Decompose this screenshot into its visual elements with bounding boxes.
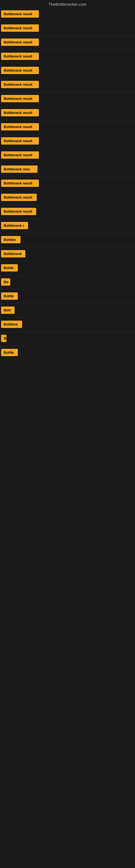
bottleneck-badge[interactable]: Bottle (1, 349, 18, 356)
results-container: Bottleneck resultBottleneck resultBottle… (0, 8, 135, 360)
result-row[interactable]: Bott (0, 304, 135, 318)
result-row[interactable]: Bottleneck result (0, 205, 135, 219)
result-row[interactable]: Bottleneck result (0, 191, 135, 205)
bottleneck-badge[interactable]: Bottleneck result (1, 95, 39, 102)
result-row[interactable]: Bottle (0, 261, 135, 276)
result-row[interactable]: Bottleneck result (0, 177, 135, 191)
bottleneck-badge[interactable]: Bottleneck result (1, 67, 39, 74)
result-row[interactable]: Bottleneck result (0, 50, 135, 64)
bottleneck-badge[interactable]: Bottleneck result (1, 180, 39, 187)
result-row[interactable]: Bottleneck result (0, 149, 135, 163)
result-row[interactable]: B (0, 332, 135, 346)
bottleneck-badge[interactable]: Bottleneck result (1, 24, 39, 32)
result-row[interactable]: Bottleneck (0, 247, 135, 261)
result-row[interactable]: Bottleneck result (0, 64, 135, 78)
result-row[interactable]: Bottleneck result (0, 106, 135, 120)
bottleneck-badge[interactable]: Bottleneck result (1, 38, 39, 46)
result-row[interactable]: Bottleneck r (0, 219, 135, 233)
result-row[interactable]: Bottleneck result (0, 134, 135, 149)
bottleneck-badge[interactable]: Bottlene (1, 321, 22, 328)
bottleneck-badge[interactable]: Bottleneck result (1, 194, 37, 201)
result-row[interactable]: Bottle (0, 290, 135, 304)
bottleneck-badge[interactable]: Bottleneck result (1, 10, 39, 18)
bottleneck-badge[interactable]: Bottleneck resu (1, 165, 38, 173)
result-row[interactable]: Bottleneck result (0, 22, 135, 36)
result-row[interactable]: Bottlen (0, 233, 135, 247)
site-title: TheBottlenecker.com (0, 0, 135, 8)
bottleneck-badge[interactable]: Bott (1, 307, 14, 314)
result-row[interactable]: Bottleneck result (0, 92, 135, 106)
result-row[interactable]: Bottleneck result (0, 78, 135, 92)
bottleneck-badge[interactable]: Bottle (1, 292, 18, 300)
result-row[interactable]: Bottlene (0, 318, 135, 332)
bottleneck-badge[interactable]: Bottleneck (1, 250, 26, 257)
bottleneck-badge[interactable]: Bottleneck result (1, 53, 39, 60)
result-row[interactable]: Bottleneck result (0, 8, 135, 22)
bottleneck-badge[interactable]: Bottlen (1, 236, 20, 243)
bottleneck-badge[interactable]: Bottle (1, 264, 18, 272)
result-row[interactable]: Bottle (0, 346, 135, 360)
bottleneck-badge[interactable]: Bottleneck result (1, 109, 39, 116)
bottleneck-badge[interactable]: Bottleneck result (1, 137, 39, 145)
result-row[interactable]: Bottleneck result (0, 120, 135, 134)
bottleneck-badge[interactable]: B (1, 335, 6, 342)
result-row[interactable]: Bo (0, 276, 135, 290)
bottleneck-badge[interactable]: Bottleneck result (1, 123, 39, 130)
result-row[interactable]: Bottleneck resu (0, 163, 135, 177)
bottleneck-badge[interactable]: Bo (1, 278, 10, 286)
site-header: TheBottlenecker.com (0, 0, 135, 8)
bottleneck-badge[interactable]: Bottleneck result (1, 81, 39, 88)
bottleneck-badge[interactable]: Bottleneck result (1, 208, 36, 215)
result-row[interactable]: Bottleneck result (0, 36, 135, 50)
bottleneck-badge[interactable]: Bottleneck result (1, 151, 39, 159)
bottleneck-badge[interactable]: Bottleneck r (1, 222, 28, 229)
